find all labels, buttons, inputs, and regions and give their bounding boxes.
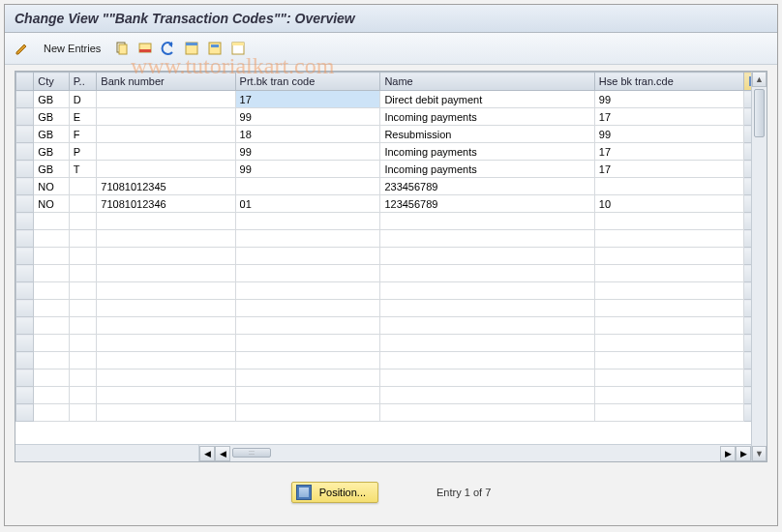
cell-prt[interactable] bbox=[235, 265, 380, 282]
cell-prt[interactable] bbox=[235, 387, 380, 404]
cell-name[interactable]: Direct debit payment bbox=[380, 91, 594, 108]
cell-prt[interactable] bbox=[235, 335, 380, 352]
col-header-bank[interactable]: Bank number bbox=[97, 73, 235, 91]
cell-prt[interactable] bbox=[235, 352, 380, 369]
cell-bank[interactable] bbox=[97, 317, 235, 335]
cell-name[interactable] bbox=[380, 352, 594, 369]
cell-bank[interactable] bbox=[97, 387, 235, 404]
cell-cty[interactable] bbox=[34, 265, 69, 282]
cell-name[interactable]: 233456789 bbox=[380, 178, 594, 195]
cell-p[interactable] bbox=[69, 387, 97, 404]
row-selector[interactable] bbox=[16, 352, 34, 369]
cell-hse[interactable] bbox=[594, 178, 743, 195]
cell-bank[interactable] bbox=[97, 248, 235, 265]
deselect-all-icon[interactable] bbox=[228, 39, 248, 58]
cell-p[interactable] bbox=[69, 195, 97, 213]
cell-cty[interactable]: GB bbox=[34, 126, 69, 143]
cell-hse[interactable]: 99 bbox=[594, 91, 743, 108]
cell-name[interactable] bbox=[380, 265, 594, 282]
select-block-icon[interactable] bbox=[205, 39, 225, 58]
cell-cty[interactable] bbox=[34, 352, 69, 369]
cell-name[interactable]: 123456789 bbox=[380, 195, 594, 213]
delete-row-icon[interactable] bbox=[135, 39, 155, 58]
cell-p[interactable]: E bbox=[69, 108, 97, 126]
cell-hse[interactable]: 17 bbox=[594, 143, 743, 161]
cell-cty[interactable] bbox=[34, 230, 69, 248]
row-selector[interactable] bbox=[16, 404, 34, 422]
cell-hse[interactable]: 17 bbox=[594, 108, 743, 126]
cell-name[interactable] bbox=[380, 369, 594, 387]
cell-cty[interactable]: GB bbox=[34, 108, 69, 126]
row-selector[interactable] bbox=[16, 265, 34, 282]
cell-hse[interactable] bbox=[594, 335, 743, 352]
row-selector[interactable] bbox=[16, 108, 34, 126]
cell-hse[interactable] bbox=[594, 352, 743, 369]
new-entries-button[interactable]: New Entries bbox=[36, 41, 108, 56]
cell-hse[interactable] bbox=[594, 387, 743, 404]
cell-hse[interactable]: 10 bbox=[594, 195, 743, 213]
cell-p[interactable]: T bbox=[69, 161, 97, 178]
cell-cty[interactable] bbox=[34, 300, 69, 317]
col-header-name[interactable]: Name bbox=[380, 73, 594, 91]
cell-p[interactable] bbox=[69, 230, 97, 248]
cell-bank[interactable] bbox=[97, 265, 235, 282]
cell-hse[interactable] bbox=[594, 230, 743, 248]
col-header-p[interactable]: P.. bbox=[69, 73, 97, 91]
cell-prt[interactable] bbox=[235, 213, 380, 230]
cell-cty[interactable] bbox=[34, 404, 69, 422]
cell-bank[interactable] bbox=[97, 91, 235, 108]
cell-p[interactable]: F bbox=[69, 126, 97, 143]
cell-hse[interactable]: 17 bbox=[594, 161, 743, 178]
cell-p[interactable] bbox=[69, 282, 97, 300]
col-header-prt[interactable]: Prt.bk tran code bbox=[235, 73, 380, 91]
cell-hse[interactable] bbox=[594, 248, 743, 265]
cell-name[interactable] bbox=[380, 335, 594, 352]
cell-cty[interactable]: GB bbox=[34, 91, 69, 108]
cell-cty[interactable]: NO bbox=[34, 195, 69, 213]
cell-name[interactable] bbox=[380, 317, 594, 335]
cell-prt[interactable]: 01 bbox=[235, 195, 380, 213]
cell-cty[interactable]: GB bbox=[34, 143, 69, 161]
horizontal-scroll-thumb[interactable]: ::: bbox=[232, 448, 271, 458]
cell-prt[interactable]: 99 bbox=[235, 161, 380, 178]
row-selector[interactable] bbox=[16, 126, 34, 143]
cell-prt[interactable] bbox=[235, 230, 380, 248]
cell-name[interactable]: Resubmission bbox=[380, 126, 594, 143]
row-selector-header[interactable] bbox=[16, 73, 34, 91]
cell-bank[interactable] bbox=[97, 230, 235, 248]
row-selector[interactable] bbox=[16, 91, 34, 108]
cell-bank[interactable] bbox=[97, 300, 235, 317]
cell-name[interactable]: Incoming payments bbox=[380, 143, 594, 161]
cell-prt[interactable]: 99 bbox=[235, 108, 380, 126]
cell-hse[interactable] bbox=[594, 265, 743, 282]
cell-bank[interactable] bbox=[97, 161, 235, 178]
row-selector[interactable] bbox=[16, 282, 34, 300]
undo-icon[interactable] bbox=[159, 39, 178, 58]
cell-cty[interactable] bbox=[34, 335, 69, 352]
row-selector[interactable] bbox=[16, 369, 34, 387]
cell-bank[interactable] bbox=[97, 282, 235, 300]
cell-prt[interactable] bbox=[235, 248, 380, 265]
cell-prt[interactable]: 17 bbox=[235, 91, 380, 108]
cell-hse[interactable] bbox=[594, 300, 743, 317]
cell-p[interactable] bbox=[69, 213, 97, 230]
cell-bank[interactable]: 71081012346 bbox=[97, 195, 235, 213]
cell-cty[interactable] bbox=[34, 248, 69, 265]
row-selector[interactable] bbox=[16, 300, 34, 317]
cell-p[interactable] bbox=[69, 335, 97, 352]
cell-p[interactable] bbox=[69, 248, 97, 265]
horizontal-scroll-track[interactable]: ::: bbox=[230, 446, 720, 461]
copy-icon[interactable] bbox=[112, 39, 132, 58]
row-selector[interactable] bbox=[16, 335, 34, 352]
cell-hse[interactable] bbox=[594, 213, 743, 230]
cell-name[interactable] bbox=[380, 404, 594, 422]
cell-cty[interactable] bbox=[34, 369, 69, 387]
cell-hse[interactable] bbox=[594, 404, 743, 422]
select-all-icon[interactable] bbox=[182, 39, 201, 58]
cell-prt[interactable] bbox=[235, 317, 380, 335]
scroll-left-fast-icon[interactable]: ◀ bbox=[215, 446, 230, 461]
cell-prt[interactable] bbox=[235, 369, 380, 387]
cell-bank[interactable] bbox=[97, 352, 235, 369]
cell-hse[interactable] bbox=[594, 317, 743, 335]
cell-p[interactable] bbox=[69, 265, 97, 282]
